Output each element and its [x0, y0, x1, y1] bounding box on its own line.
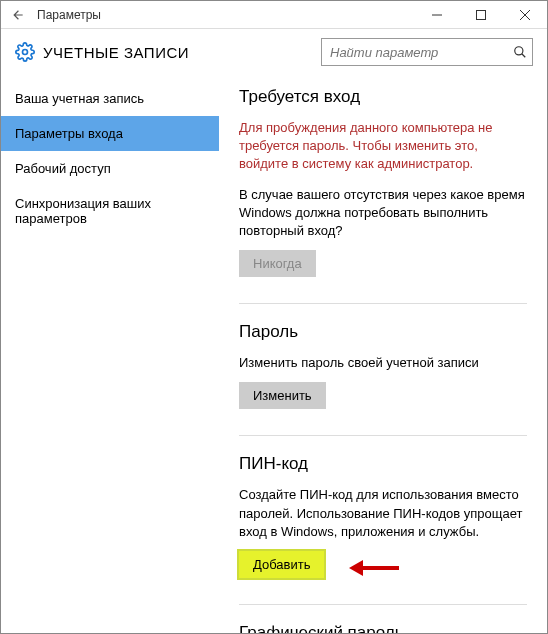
section-pin: ПИН-код Создайте ПИН-код для использован… [239, 454, 527, 578]
sidebar: Ваша учетная запись Параметры входа Рабо… [1, 75, 219, 633]
divider [239, 303, 527, 304]
gear-icon [15, 42, 35, 62]
content-pane: Требуется вход Для пробуждения данного к… [219, 75, 547, 633]
svg-rect-0 [477, 10, 486, 19]
divider [239, 604, 527, 605]
section-picture-password: Графический пароль Вход в Windows с помо… [239, 623, 527, 633]
section-password: Пароль Изменить пароль своей учетной зап… [239, 322, 527, 409]
titlebar: Параметры [1, 1, 547, 29]
divider [239, 435, 527, 436]
sidebar-item-sync[interactable]: Синхронизация ваших параметров [1, 186, 219, 236]
section-require-signin: Требуется вход Для пробуждения данного к… [239, 87, 527, 277]
section-heading: ПИН-код [239, 454, 527, 474]
maximize-button[interactable] [459, 1, 503, 28]
page-header: УЧЕТНЫЕ ЗАПИСИ [1, 29, 547, 75]
back-button[interactable] [7, 4, 29, 26]
password-desc: Изменить пароль своей учетной записи [239, 354, 527, 372]
pin-desc: Создайте ПИН-код для использования вмест… [239, 486, 527, 541]
section-heading: Графический пароль [239, 623, 527, 633]
search-input[interactable] [322, 39, 508, 65]
signin-question: В случае вашего отсутствия через какое в… [239, 186, 527, 241]
window-title: Параметры [37, 8, 101, 22]
svg-line-3 [522, 54, 526, 58]
sidebar-item-work-access[interactable]: Рабочий доступ [1, 151, 219, 186]
page-title: УЧЕТНЫЕ ЗАПИСИ [43, 44, 189, 61]
highlight-arrow [349, 560, 399, 576]
change-password-button[interactable]: Изменить [239, 382, 326, 409]
section-heading: Требуется вход [239, 87, 527, 107]
section-heading: Пароль [239, 322, 527, 342]
search-icon[interactable] [508, 45, 532, 59]
svg-point-2 [515, 47, 523, 55]
signin-warning: Для пробуждения данного компьютера не тр… [239, 119, 527, 174]
minimize-button[interactable] [415, 1, 459, 28]
close-button[interactable] [503, 1, 547, 28]
add-pin-button[interactable]: Добавить [239, 551, 324, 578]
window-controls [415, 1, 547, 28]
svg-point-1 [23, 50, 28, 55]
search-box[interactable] [321, 38, 533, 66]
sidebar-item-signin-options[interactable]: Параметры входа [1, 116, 219, 151]
sidebar-item-account[interactable]: Ваша учетная запись [1, 81, 219, 116]
require-signin-dropdown: Никогда [239, 250, 316, 277]
